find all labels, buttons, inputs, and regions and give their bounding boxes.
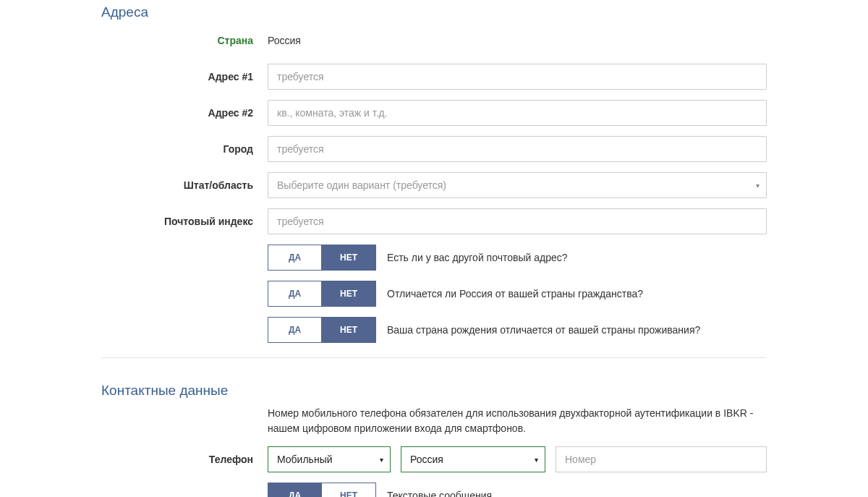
other-mailing-no-button[interactable]: НЕТ xyxy=(322,245,376,271)
city-input[interactable] xyxy=(268,136,767,162)
value-country: Россия xyxy=(268,35,301,46)
section-divider xyxy=(101,357,767,358)
state-select[interactable]: Выберите один вариант (требуется) xyxy=(268,172,767,198)
phone-country-select[interactable]: Россия xyxy=(401,446,545,472)
contact-help-text: Номер мобильного телефона обязателен для… xyxy=(268,406,767,436)
section-title-contact: Контактные данные xyxy=(101,378,767,406)
question-birth-differs: Ваша страна рождения отличается от вашей… xyxy=(387,324,700,336)
label-address1: Адрес #1 xyxy=(101,71,268,82)
label-country: Страна xyxy=(101,35,268,46)
label-address2: Адрес #2 xyxy=(101,107,268,119)
label-city: Город xyxy=(101,143,268,155)
label-state: Штат/область xyxy=(101,179,268,191)
zip-input[interactable] xyxy=(268,208,767,234)
label-zip: Почтовый индекс xyxy=(101,216,268,227)
address2-input[interactable] xyxy=(268,100,767,126)
sms-yes-button[interactable]: ДА xyxy=(268,483,322,497)
label-phone: Телефон xyxy=(101,454,268,465)
question-differs-citizenship: Отличается ли Россия от вашей страны гра… xyxy=(387,288,643,300)
sms-label: Текстовые сообщения xyxy=(387,490,492,497)
phone-number-input[interactable] xyxy=(556,446,767,472)
other-mailing-yes-button[interactable]: ДА xyxy=(268,245,322,271)
section-title-address: Адреса xyxy=(101,0,767,27)
question-other-mailing: Есть ли у вас другой почтовый адрес? xyxy=(387,252,568,263)
sms-no-button[interactable]: НЕТ xyxy=(322,483,376,497)
phone-type-select[interactable]: Мобильный xyxy=(268,446,391,472)
differs-citizenship-yes-button[interactable]: ДА xyxy=(268,281,322,307)
birth-differs-yes-button[interactable]: ДА xyxy=(268,317,322,343)
differs-citizenship-no-button[interactable]: НЕТ xyxy=(322,281,376,307)
birth-differs-no-button[interactable]: НЕТ xyxy=(322,317,376,343)
address1-input[interactable] xyxy=(268,64,767,90)
